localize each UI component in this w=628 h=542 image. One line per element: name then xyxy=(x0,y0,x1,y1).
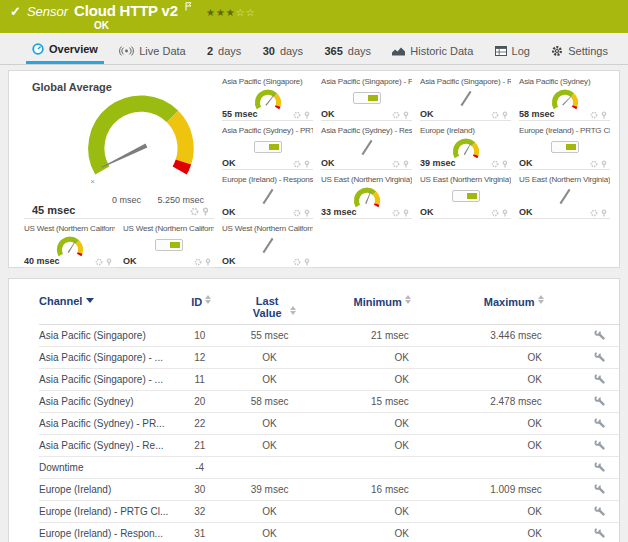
pin-icon[interactable] xyxy=(303,160,311,168)
gauge-cell[interactable]: US West (Northern California) 40 msec xyxy=(24,222,115,268)
pin-icon[interactable] xyxy=(501,160,509,168)
gauge-cell[interactable]: Asia Pacific (Singapore) - PR... OK xyxy=(321,75,412,121)
table-row[interactable]: Asia Pacific (Sydney) - Re... 21 OK OK O… xyxy=(39,435,619,457)
table-row[interactable]: Downtime -4 xyxy=(39,457,619,479)
pin-icon[interactable] xyxy=(204,258,212,266)
header-id[interactable]: ID xyxy=(175,295,227,308)
channel-gear-icon[interactable] xyxy=(190,207,199,216)
gauge-cell[interactable]: Europe (Ireland) 39 msec xyxy=(420,124,511,170)
channel-gear-icon[interactable] xyxy=(590,209,598,217)
broadcast-icon xyxy=(119,46,134,56)
channel-maximum: OK xyxy=(447,440,580,451)
channel-gear-icon[interactable] xyxy=(293,111,301,119)
pin-icon[interactable] xyxy=(303,111,311,119)
gauge-cell[interactable]: US East (Northern Virginia) - ... OK xyxy=(519,173,610,219)
channel-settings-icon[interactable] xyxy=(580,461,619,474)
gauge-cell[interactable]: Europe (Ireland) - PRTG Cloud... OK xyxy=(519,124,610,170)
tab-30-days[interactable]: 30days xyxy=(257,37,310,64)
channel-name[interactable]: Europe (Ireland) xyxy=(39,484,174,495)
gauge-cell[interactable]: Asia Pacific (Singapore) - Res... OK xyxy=(420,75,511,121)
table-row[interactable]: Asia Pacific (Sydney) - PR... 22 OK OK O… xyxy=(39,413,619,435)
channel-gear-icon[interactable] xyxy=(293,160,301,168)
channel-settings-icon[interactable] xyxy=(580,395,619,408)
channel-name[interactable]: Europe (Ireland) - PRTG Cl... xyxy=(39,506,174,517)
channel-settings-icon[interactable] xyxy=(580,527,619,540)
channel-gear-icon[interactable] xyxy=(491,209,499,217)
channel-gear-icon[interactable] xyxy=(194,258,202,266)
pin-icon[interactable] xyxy=(501,111,509,119)
channel-settings-icon[interactable] xyxy=(580,329,619,342)
channel-settings-icon[interactable] xyxy=(580,417,619,430)
gauge-cell[interactable]: Asia Pacific (Singapore) 55 msec xyxy=(222,75,313,121)
channel-name[interactable]: Downtime xyxy=(39,462,174,473)
table-row[interactable]: Asia Pacific (Singapore) 10 55 msec 21 m… xyxy=(39,325,619,347)
tab-log[interactable]: Log xyxy=(489,37,536,64)
channel-gear-icon[interactable] xyxy=(491,111,499,119)
tab-live-data[interactable]: Live Data xyxy=(113,37,191,64)
tab-365-days[interactable]: 365days xyxy=(318,37,377,64)
tab-2-days[interactable]: 2days xyxy=(201,37,247,64)
channel-name[interactable]: Asia Pacific (Sydney) - PR... xyxy=(39,418,174,429)
header-maximum[interactable]: Maximum xyxy=(448,295,580,308)
channel-settings-icon[interactable] xyxy=(580,373,619,386)
channel-gear-icon[interactable] xyxy=(392,160,400,168)
pin-icon[interactable] xyxy=(402,209,410,217)
pin-icon[interactable] xyxy=(600,209,608,217)
flag-icon[interactable] xyxy=(185,0,192,13)
channel-name[interactable]: Asia Pacific (Singapore) - ... xyxy=(39,374,174,385)
channel-name[interactable]: Asia Pacific (Sydney) - Re... xyxy=(39,440,174,451)
channel-gear-icon[interactable] xyxy=(392,209,400,217)
header-channel[interactable]: Channel xyxy=(39,295,175,307)
pin-icon[interactable] xyxy=(402,111,410,119)
channel-gear-icon[interactable] xyxy=(293,209,301,217)
pin-icon[interactable] xyxy=(303,258,311,266)
table-row[interactable]: Asia Pacific (Sydney) 20 58 msec 15 msec… xyxy=(39,391,619,413)
gauge-cell[interactable]: US West (Northern California)... OK xyxy=(222,222,313,268)
pin-icon[interactable] xyxy=(402,160,410,168)
channel-gear-icon[interactable] xyxy=(293,258,301,266)
channel-settings-icon[interactable] xyxy=(580,351,619,364)
tab-historic-data[interactable]: Historic Data xyxy=(386,37,479,64)
channel-last-value: OK xyxy=(225,374,314,385)
table-row[interactable]: Asia Pacific (Singapore) - ... 11 OK OK … xyxy=(39,369,619,391)
channel-gear-icon[interactable] xyxy=(491,160,499,168)
gauge-cell[interactable]: US East (Northern Virginia) 33 msec xyxy=(321,173,412,219)
tab-settings[interactable]: Settings xyxy=(545,37,614,64)
channel-name[interactable]: Asia Pacific (Sydney) xyxy=(39,396,174,407)
priority-stars[interactable]: ★★★☆☆ xyxy=(206,5,256,20)
channel-name[interactable]: Europe (Ireland) - Respon... xyxy=(39,528,174,539)
gauge-cell[interactable]: Asia Pacific (Sydney) 58 msec xyxy=(519,75,610,121)
channel-settings-icon[interactable] xyxy=(580,505,619,518)
channel-gear-icon[interactable] xyxy=(590,111,598,119)
channel-gear-icon[interactable] xyxy=(590,160,598,168)
pin-icon[interactable] xyxy=(303,209,311,217)
table-row[interactable]: Asia Pacific (Singapore) - ... 12 OK OK … xyxy=(39,347,619,369)
channel-name[interactable]: Asia Pacific (Singapore) xyxy=(39,330,174,341)
pin-icon[interactable] xyxy=(501,209,509,217)
header-minimum[interactable]: Minimum xyxy=(316,295,448,308)
pin-icon[interactable] xyxy=(600,111,608,119)
gauge-cell[interactable]: Europe (Ireland) - Response C... OK xyxy=(222,173,313,219)
lookup-indicator xyxy=(155,239,183,251)
channel-settings-icon[interactable] xyxy=(580,483,619,496)
channel-name[interactable]: Asia Pacific (Singapore) - ... xyxy=(39,352,174,363)
table-row[interactable]: Europe (Ireland) - PRTG Cl... 32 OK OK O… xyxy=(39,501,619,523)
tab-overview[interactable]: Overview xyxy=(26,37,104,64)
channel-minimum: 16 msec xyxy=(314,484,447,495)
pin-icon[interactable] xyxy=(600,160,608,168)
pin-icon[interactable] xyxy=(105,258,113,266)
channel-settings-icon[interactable] xyxy=(580,439,619,452)
gauge-cell[interactable]: US East (Northern Virginia) - ... OK xyxy=(420,173,511,219)
pin-icon[interactable] xyxy=(201,207,210,216)
header-last-value[interactable]: Last Value xyxy=(227,295,316,319)
tab-bar: Overview Live Data 2days 30days 365days … xyxy=(0,37,628,65)
gauge-cell[interactable]: US West (Northern California)... OK xyxy=(123,222,214,268)
table-row[interactable]: Europe (Ireland) 30 39 msec 16 msec 1.00… xyxy=(39,479,619,501)
channel-minimum: OK xyxy=(314,440,447,451)
gauge-cell[interactable]: Asia Pacific (Sydney) - PRTG ... OK xyxy=(222,124,313,170)
channel-gear-icon[interactable] xyxy=(392,111,400,119)
gauge-global-average[interactable]: Global Average × 0 msec 5.250 msec 45 ms… xyxy=(24,75,214,219)
channel-gear-icon[interactable] xyxy=(95,258,103,266)
table-row[interactable]: Europe (Ireland) - Respon... 31 OK OK OK xyxy=(39,523,619,542)
gauge-cell[interactable]: Asia Pacific (Sydney) - Respo... OK xyxy=(321,124,412,170)
